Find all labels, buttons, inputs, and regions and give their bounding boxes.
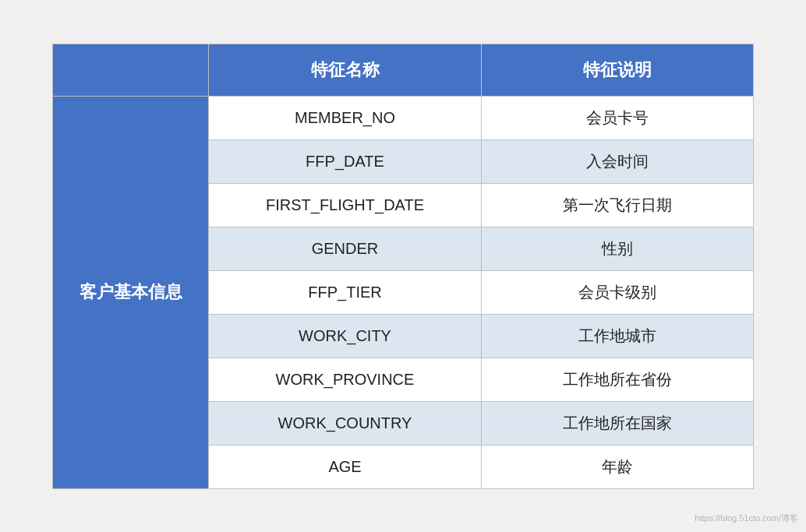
feature-desc-cell: 年龄 xyxy=(482,445,754,488)
main-table-container: 特征名称 特征说明 客户基本信息MEMBER_NO会员卡号FFP_DATE入会时… xyxy=(52,44,754,489)
feature-name-cell: MEMBER_NO xyxy=(209,96,482,139)
feature-desc-cell: 入会时间 xyxy=(482,139,754,183)
feature-desc-cell: 性别 xyxy=(482,227,754,270)
header-category xyxy=(53,44,209,96)
header-feature-desc: 特征说明 xyxy=(482,44,754,96)
feature-name-cell: WORK_COUNTRY xyxy=(209,401,482,445)
feature-name-cell: FFP_TIER xyxy=(209,270,482,314)
feature-name-cell: WORK_PROVINCE xyxy=(209,358,482,401)
header-feature-name: 特征名称 xyxy=(209,44,482,96)
feature-name-cell: WORK_CITY xyxy=(209,314,482,358)
category-cell: 客户基本信息 xyxy=(53,96,209,488)
feature-desc-cell: 会员卡号 xyxy=(482,96,754,139)
watermark: https://blog.51cto.com/博客 xyxy=(695,513,798,524)
feature-name-cell: FIRST_FLIGHT_DATE xyxy=(209,183,482,227)
data-table: 特征名称 特征说明 客户基本信息MEMBER_NO会员卡号FFP_DATE入会时… xyxy=(52,44,754,489)
feature-name-cell: FFP_DATE xyxy=(209,139,482,183)
feature-name-cell: AGE xyxy=(209,445,482,488)
feature-desc-cell: 工作地所在国家 xyxy=(482,401,754,445)
feature-desc-cell: 工作地城市 xyxy=(482,314,754,358)
feature-desc-cell: 工作地所在省份 xyxy=(482,358,754,401)
feature-name-cell: GENDER xyxy=(209,227,482,270)
feature-desc-cell: 会员卡级别 xyxy=(482,270,754,314)
feature-desc-cell: 第一次飞行日期 xyxy=(482,183,754,227)
